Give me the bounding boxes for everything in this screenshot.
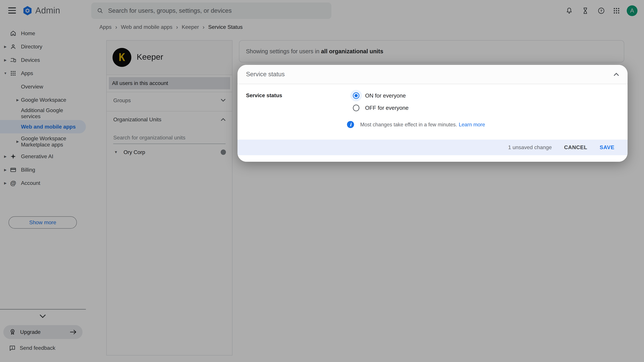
learn-more-link[interactable]: Learn more (459, 122, 485, 128)
radio-unselected-icon[interactable] (353, 105, 360, 111)
field-label: Service status (246, 92, 282, 98)
overlay-scrim (0, 0, 644, 362)
service-status-header[interactable]: Service status (238, 65, 628, 84)
info-icon: i (347, 121, 354, 128)
google-admin-console: Admin ? A Apps › Web and mobile apps › K… (0, 0, 644, 362)
info-note: i Most changes take effect in a few minu… (347, 121, 485, 128)
service-status-card: Service status Service status ON for eve… (238, 65, 628, 162)
card-bottom-strip (238, 155, 628, 162)
service-status-radio-group: ON for everyone OFF for everyone (350, 89, 408, 114)
save-button[interactable]: SAVE (600, 144, 614, 150)
radio-selected-icon[interactable] (353, 92, 360, 99)
radio-on-for-everyone[interactable]: ON for everyone (350, 89, 408, 102)
service-status-body: Service status ON for everyone OFF for e… (238, 84, 628, 140)
unsaved-change-count: 1 unsaved change (508, 144, 552, 150)
radio-off-for-everyone[interactable]: OFF for everyone (350, 102, 408, 114)
chevron-up-icon[interactable] (614, 73, 619, 76)
unsaved-changes-bar: 1 unsaved change CANCEL SAVE (238, 140, 628, 155)
card-title: Service status (246, 71, 285, 78)
cancel-button[interactable]: CANCEL (564, 144, 587, 150)
